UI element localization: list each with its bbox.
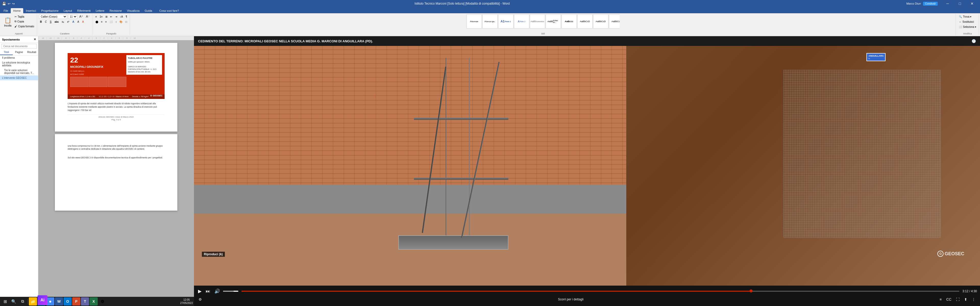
taskbar-powerpoint[interactable]: P <box>72 297 80 306</box>
align-left-button[interactable]: ⬤ <box>94 19 99 24</box>
replace-button[interactable]: ↔Sostituisci <box>958 19 977 24</box>
bold-button[interactable]: B <box>39 19 43 24</box>
tab-guida[interactable]: Guida <box>142 8 155 13</box>
skip-button[interactable]: ⏭ <box>205 288 211 295</box>
cut-button[interactable]: ✂ Taglia <box>14 14 35 19</box>
format-painter-button[interactable]: 🖌 Copia formato <box>14 24 35 29</box>
tab-riferimenti[interactable]: Riferimenti <box>75 8 93 13</box>
taskbar-teams[interactable]: T <box>81 297 89 306</box>
tab-file[interactable]: File <box>1 8 11 13</box>
close-button[interactable]: ✕ <box>966 0 978 7</box>
nav-item-problema[interactable]: Il problema <box>0 55 38 60</box>
sort-button[interactable]: ↕A <box>119 14 124 19</box>
nav-tab-titoli[interactable]: Titoli <box>0 50 13 55</box>
show-formatting-button[interactable]: ¶ <box>125 14 128 19</box>
paragrafo-group-label: Paragrafo <box>106 32 116 35</box>
paste-button[interactable]: 📋 Incolla <box>3 14 13 30</box>
nav-tab-risultati[interactable]: Risultati <box>25 50 38 55</box>
style-ccd3[interactable]: AaBbCcD <box>609 14 620 29</box>
ruler-mark: -2 <box>85 37 92 39</box>
underline-button[interactable]: S <box>49 19 52 24</box>
style-titolo2[interactable]: ATitolo 2 <box>514 14 529 29</box>
numbering-button[interactable]: 1≡ <box>99 14 103 19</box>
style-senza-spaziatura[interactable]: ASenza spa.. <box>482 14 498 29</box>
highlight-button[interactable]: A <box>76 19 80 24</box>
tab-layout[interactable]: Layout <box>61 8 75 13</box>
tab-home[interactable]: Home <box>11 8 23 13</box>
borders-button[interactable]: □ <box>124 19 128 24</box>
settings-button[interactable]: ⚙ <box>197 296 204 303</box>
multilevel-list-button[interactable]: ⊞ <box>104 14 108 19</box>
find-button[interactable]: 🔍Trova ▾ <box>958 14 977 19</box>
cut-label: Taglia <box>18 15 24 18</box>
font-size-increase-button[interactable]: A⁺ <box>78 14 84 19</box>
nav-item-varie[interactable]: Tre le varie soluzioni disponibili sul m… <box>0 68 38 76</box>
cc-button[interactable]: CC <box>945 296 953 303</box>
nav-search-input[interactable] <box>2 44 37 49</box>
align-center-button[interactable]: ≡ <box>100 19 103 24</box>
scroll-text: Scorri per i dettagli <box>204 298 938 301</box>
font-size-select[interactable]: 11 <box>68 14 77 19</box>
taskbar-settings[interactable]: ⚙ <box>98 297 107 306</box>
select-button[interactable]: ⬜Seleziona ▾ <box>958 24 977 29</box>
tab-visualizza[interactable]: Visualizza <box>124 8 142 13</box>
italic-button[interactable]: C <box>44 19 48 24</box>
video-area[interactable]: ANGUILLARA N. ↕ G GEOSEC Riproduci (k) <box>194 46 980 285</box>
decrease-indent-button[interactable]: ⇤ <box>109 14 113 19</box>
strikethrough-button[interactable]: abc <box>54 19 60 24</box>
align-right-button[interactable]: ≡ <box>104 19 108 24</box>
style-normale[interactable]: ANormale <box>466 14 482 29</box>
nav-tab-pagine[interactable]: Pagine <box>13 50 25 55</box>
tab-inserisci[interactable]: Inserisci <box>23 8 38 13</box>
task-view-button[interactable]: ⧉ <box>18 297 27 306</box>
bullets-button[interactable]: ≡ <box>94 14 98 19</box>
taskbar-excel[interactable]: X <box>89 297 98 306</box>
tab-progettazione[interactable]: Progettazione <box>38 8 61 13</box>
text-effects-button[interactable]: A <box>71 19 75 24</box>
taskbar-word[interactable]: W <box>55 297 63 306</box>
style-ccd2[interactable]: AaBbCcD <box>593 14 608 29</box>
subscript-button[interactable]: x₂ <box>61 19 65 24</box>
nav-pane-close-icon[interactable]: ✕ <box>34 38 36 41</box>
nav-item-intervento[interactable]: L'intervento GEOSEC <box>0 76 38 80</box>
page1-page-num: Pag. 4 a 5 <box>111 119 121 121</box>
style-ccd1[interactable]: AaBbCcD <box>577 14 593 29</box>
progress-bar[interactable] <box>242 291 959 292</box>
maximize-button[interactable]: □ <box>954 0 966 7</box>
ai-label[interactable]: Ai <box>38 295 48 305</box>
play-button[interactable]: ▶ <box>197 287 203 295</box>
taskbar-explorer[interactable]: 📁 <box>29 297 37 306</box>
justify-button[interactable]: ⬜ <box>108 19 114 24</box>
font-name-select[interactable]: Calibri (Corpo) <box>39 14 67 19</box>
font-size-decrease-button[interactable]: A⁻ <box>85 14 91 19</box>
search-taskbar-button[interactable]: 🔍 <box>10 297 18 306</box>
style-titolo1[interactable]: A1Titolo 1 <box>498 14 514 29</box>
tab-revisione[interactable]: Revisione <box>107 8 124 13</box>
undo-icon[interactable]: ↩ <box>8 2 11 6</box>
volume-button[interactable]: 🔊 <box>213 287 221 295</box>
tab-search[interactable]: Cosa vuoi fare? <box>157 8 181 13</box>
font-color-button[interactable]: A <box>81 19 85 24</box>
share-button[interactable]: Condividi <box>923 2 938 6</box>
subtitles-button[interactable]: ≡ <box>938 296 943 303</box>
superscript-button[interactable]: x² <box>66 19 70 24</box>
style-sottotitolo[interactable]: AaBbSottotitolo <box>530 14 545 29</box>
line-spacing-button[interactable]: ↕ <box>115 19 118 24</box>
bracket-1 <box>414 118 508 120</box>
tab-lettere[interactable]: Lettere <box>93 8 107 13</box>
redo-icon[interactable]: ↪ <box>12 2 15 6</box>
more-button[interactable]: ⋮ <box>970 296 977 303</box>
fullscreen-button[interactable]: ⛶ <box>955 296 961 303</box>
style-ccc1[interactable]: AaBCCC <box>562 14 577 29</box>
nav-item-soluzione[interactable]: La soluzione tecnologica adottata <box>0 60 38 68</box>
volume-bar[interactable] <box>223 291 239 292</box>
share-video-button[interactable]: ⬆ <box>963 296 969 303</box>
taskbar-outlook[interactable]: O <box>64 297 72 306</box>
increase-indent-button[interactable]: ⇥ <box>114 14 118 19</box>
shading-button[interactable]: 🎨 <box>118 19 124 24</box>
minimize-button[interactable]: ─ <box>942 0 953 7</box>
style-enfasi[interactable]: AaBbEnfasi ier... <box>546 14 561 29</box>
copy-button[interactable]: ⧉ Copia <box>14 19 35 24</box>
windows-start-button[interactable]: ⊞ <box>1 297 9 306</box>
save-icon[interactable]: 💾 <box>2 2 6 6</box>
